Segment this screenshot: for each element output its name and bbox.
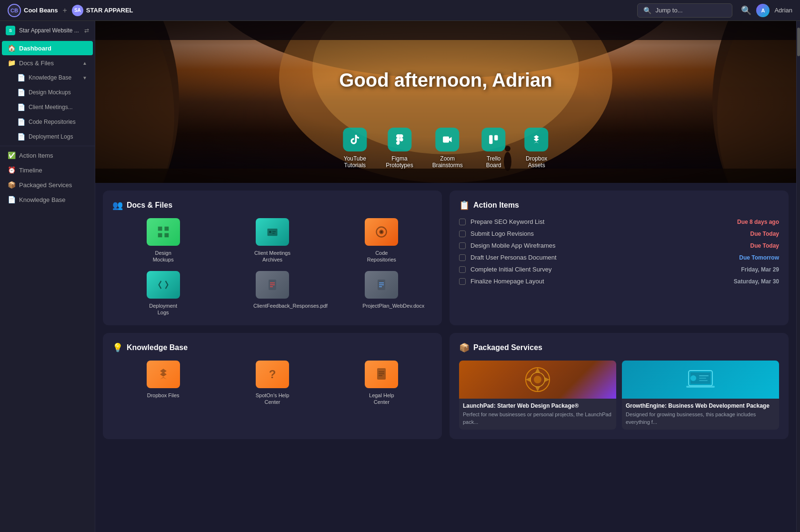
svg-rect-20	[272, 231, 276, 232]
action-text-seo: Prepare SEO Keyword List	[470, 218, 732, 225]
scrollbar-track[interactable]	[796, 21, 800, 532]
shortcut-trello[interactable]: TrelloBoard	[482, 128, 506, 169]
docs-files-panel: 👥 Docs & Files Design Mockups	[103, 191, 442, 325]
action-items-title: Action Items	[473, 201, 519, 210]
doc-item-design-mockups[interactable]: Design Mockups	[112, 218, 214, 263]
kb-legal-folder	[365, 361, 398, 388]
svg-rect-29	[379, 375, 382, 376]
youtube-icon	[343, 128, 367, 151]
sidebar-code-label: Code Repositories	[29, 119, 87, 125]
kb-dropbox-folder	[147, 361, 180, 388]
sidebar-item-deployment-logs[interactable]: 📄 Deployment Logs	[11, 130, 93, 144]
kb-header-icon: 💡	[112, 342, 123, 353]
docs-icon: 📁	[8, 59, 15, 67]
code-repos-label: Code Repositories	[362, 250, 400, 263]
service-card-growth-engine[interactable]: GrowthEngine: Business Web Development P…	[622, 361, 779, 430]
sidebar-item-action-items[interactable]: ✅ Action Items	[2, 148, 93, 162]
jump-to-search[interactable]: 🔍 Jump to...	[637, 3, 732, 18]
sidebar-item-knowledge-base-2[interactable]: 📄 Knowledge Base	[2, 192, 93, 207]
kb-item-spoton[interactable]: ? SpotOn's Help Center	[221, 361, 323, 406]
action-checkbox-survey[interactable]	[459, 266, 466, 273]
doc-item-client-feedback[interactable]: ClientFeedback_Responses.pdf	[221, 271, 323, 316]
sidebar-item-dashboard[interactable]: 🏠 Dashboard	[2, 41, 93, 55]
action-checkbox-seo[interactable]	[459, 219, 466, 225]
action-items-icon: ✅	[8, 151, 15, 159]
action-row-personas[interactable]: Draft User Personas Document Due Tomorro…	[459, 254, 779, 261]
sidebar-item-timeline[interactable]: ⏰ Timeline	[2, 163, 93, 177]
global-search-icon[interactable]: 🔍	[741, 5, 751, 16]
shortcut-zoom[interactable]: ZoomBrainstorms	[432, 128, 463, 169]
sidebar-dashboard-label: Dashboard	[19, 45, 87, 52]
project-selector[interactable]: S Star Apparel Website ... ⇄	[0, 21, 95, 40]
kb-item-legal[interactable]: Legal Help Center	[331, 361, 432, 406]
svg-rect-13	[495, 135, 498, 141]
project-arrows-icon[interactable]: ⇄	[84, 27, 89, 34]
doc-item-client-meetings[interactable]: Client Meetings Archives	[221, 218, 323, 263]
sidebar-item-docs-files[interactable]: 📁 Docs & Files ▲	[2, 56, 93, 70]
kb-spoton-folder: ?	[256, 361, 289, 388]
action-checkbox-homepage[interactable]	[459, 278, 466, 285]
svg-point-19	[269, 231, 271, 233]
sidebar-item-packaged-services[interactable]: 📦 Packaged Services	[2, 178, 93, 192]
sidebar-action-label: Action Items	[19, 152, 87, 159]
sidebar-item-code-repos[interactable]: 📄 Code Repositories	[11, 115, 93, 129]
search-placeholder: Jump to...	[655, 7, 682, 14]
svg-point-36	[690, 375, 696, 381]
top-nav: CB Cool Beans + SA STAR APPAREL 🔍 Jump t…	[0, 0, 800, 21]
doc-item-code-repos[interactable]: Code Repositories	[331, 218, 432, 263]
dropbox-label: DropboxAssets	[526, 155, 547, 169]
service-card-launchpad[interactable]: LaunchPad: Starter Web Design Package® P…	[459, 361, 616, 430]
svg-rect-11	[443, 137, 450, 143]
svg-rect-14	[158, 227, 162, 231]
action-row-survey[interactable]: Complete Initial Client Survey Friday, M…	[459, 266, 779, 273]
sidebar-kb-label: Knowledge Base	[29, 74, 79, 81]
action-checkbox-personas[interactable]	[459, 254, 466, 261]
action-text-survey: Complete Initial Client Survey	[470, 266, 736, 273]
kb-header: 💡 Knowledge Base	[112, 342, 432, 353]
project-name: Star Apparel Website ...	[19, 27, 80, 34]
svg-rect-15	[164, 227, 169, 231]
user-avatar[interactable]: A	[756, 4, 770, 17]
sidebar-design-label: Design Mockups	[29, 89, 87, 96]
shortcut-youtube[interactable]: YouTubeTutorials	[343, 128, 367, 169]
action-row-logo[interactable]: Submit Logo Revisions Due Today	[459, 230, 779, 237]
client-feedback-label: ClientFeedback_Responses.pdf	[253, 302, 291, 309]
kb-spoton-label: SpotOn's Help Center	[253, 392, 291, 406]
action-items-list: Prepare SEO Keyword List Due 8 days ago …	[459, 218, 779, 285]
svg-rect-35	[686, 386, 715, 388]
nav-plus-icon: +	[63, 6, 67, 15]
growth-engine-body: GrowthEngine: Business Web Development P…	[622, 399, 779, 430]
client-meetings-icon: 📄	[17, 103, 25, 111]
svg-rect-28	[379, 373, 384, 374]
knowledge-base-panel: 💡 Knowledge Base Dropbox Files ?	[103, 333, 442, 439]
launchpad-title: LaunchPad: Starter Web Design Package®	[463, 402, 612, 409]
scrollbar-thumb[interactable]	[797, 28, 800, 56]
chevron-down-icon: ▼	[82, 75, 87, 80]
action-row-homepage[interactable]: Finalize Homepage Layout Saturday, Mar 3…	[459, 278, 779, 285]
sidebar-item-knowledge-base[interactable]: 📄 Knowledge Base ▼	[11, 70, 93, 85]
sidebar-deployment-label: Deployment Logs	[29, 133, 87, 140]
sidebar-kb2-label: Knowledge Base	[19, 196, 87, 203]
shortcut-dropbox[interactable]: DropboxAssets	[525, 128, 549, 169]
kb-item-dropbox[interactable]: Dropbox Files	[112, 361, 214, 406]
doc-item-project-plan[interactable]: ProjectPlan_WebDev.docx	[331, 271, 432, 316]
svg-point-23	[380, 231, 383, 233]
star-apparel-brand[interactable]: SA STAR APPAREL	[72, 5, 133, 16]
svg-rect-18	[267, 229, 277, 236]
action-checkbox-wireframes[interactable]	[459, 242, 466, 249]
sidebar-client-label: Client Meetings...	[29, 104, 87, 110]
action-checkbox-logo[interactable]	[459, 231, 466, 237]
doc-item-deployment-logs[interactable]: Deployment Logs	[112, 271, 214, 316]
cool-beans-logo[interactable]: CB Cool Beans	[8, 4, 58, 17]
svg-rect-12	[490, 135, 493, 144]
client-feedback-file	[256, 271, 289, 299]
action-text-homepage: Finalize Homepage Layout	[470, 278, 729, 285]
services-grid: LaunchPad: Starter Web Design Package® P…	[459, 361, 779, 430]
sidebar-item-design-mockups[interactable]: 📄 Design Mockups	[11, 85, 93, 100]
action-row-wireframes[interactable]: Design Mobile App Wireframes Due Today	[459, 242, 779, 249]
shortcut-figma[interactable]: FigmaPrototypes	[386, 128, 413, 169]
sidebar-item-client-meetings[interactable]: 📄 Client Meetings...	[11, 100, 93, 114]
action-row-seo[interactable]: Prepare SEO Keyword List Due 8 days ago	[459, 218, 779, 225]
zoom-icon	[436, 128, 460, 151]
client-meetings-folder	[256, 218, 289, 246]
